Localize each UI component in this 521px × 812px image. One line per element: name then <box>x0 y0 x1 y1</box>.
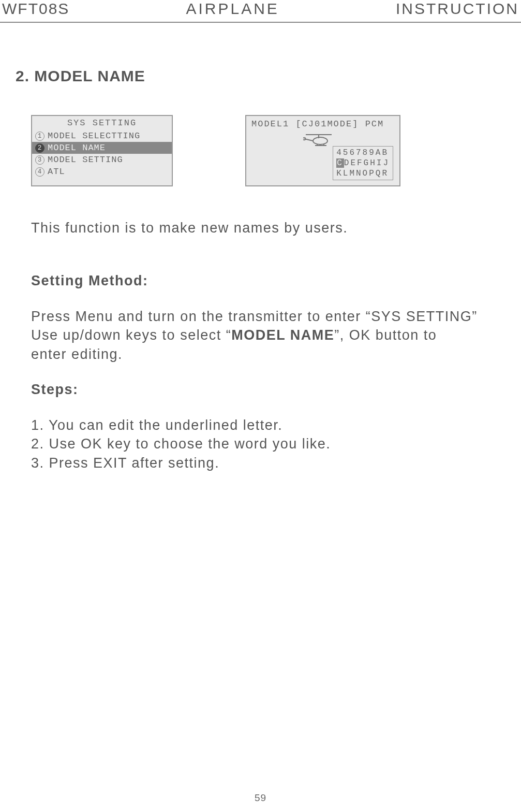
grid-row-3: KLMNOPQR <box>336 168 390 179</box>
page-number: 59 <box>255 792 266 804</box>
lcd1-item-2-selected: 2 MODEL NAME <box>32 142 172 154</box>
content-area: 2. MODEL NAME SYS SETTING 1 MODEL SELECT… <box>0 67 521 472</box>
lcd1-item-4-label: ATL <box>48 167 65 177</box>
method-line-1: Press Menu and turn on the transmitter t… <box>31 309 478 324</box>
intro-text: This function is to make new names by us… <box>31 219 511 237</box>
step-1: 1. You can edit the underlined letter. <box>31 416 511 434</box>
screenshots-row: SYS SETTING 1 MODEL SELECTTING 2 MODEL N… <box>31 115 511 186</box>
step-3: 3. Press EXIT after setting. <box>31 454 511 472</box>
steps-heading: Steps: <box>31 380 511 399</box>
circle-1-icon: 1 <box>35 132 44 141</box>
method-line-2a: Use up/down keys to select “ <box>31 327 231 343</box>
method-line-2b: ”, OK button to <box>334 327 437 343</box>
lcd1-item-3: 3 MODEL SETTING <box>32 154 172 166</box>
lcd-screen-model-name: MODEL1 [CJ01MODE] PCM 456789AB CDEFGHIJ … <box>245 115 400 186</box>
lcd1-item-2-label: MODEL NAME <box>48 143 106 153</box>
lcd1-item-1-label: MODEL SELECTTING <box>48 131 140 141</box>
grid-row-2: CDEFGHIJ <box>336 158 390 168</box>
circle-3-icon: 3 <box>35 155 44 165</box>
character-grid: 456789AB CDEFGHIJ KLMNOPQR <box>333 146 393 180</box>
lcd1-item-3-label: MODEL SETTING <box>48 155 123 165</box>
circle-4-icon: 4 <box>35 167 44 177</box>
svg-point-2 <box>313 137 328 144</box>
header-category: AIRPLANE <box>186 0 279 18</box>
steps-list: 1. You can edit the underlined letter. 2… <box>31 416 511 472</box>
page-header: WFT08S AIRPLANE INSTRUCTION <box>0 0 521 23</box>
method-bold-term: MODEL NAME <box>231 327 334 343</box>
lcd2-title: MODEL1 [CJ01MODE] PCM <box>251 119 394 129</box>
lcd1-item-1: 1 MODEL SELECTTING <box>32 130 172 142</box>
header-doctype: INSTRUCTION <box>396 0 519 18</box>
highlighted-char: C <box>336 158 344 168</box>
setting-method-text: Press Menu and turn on the transmitter t… <box>31 307 511 364</box>
circle-2-icon: 2 <box>35 143 44 153</box>
grid-row-1: 456789AB <box>336 148 390 158</box>
header-model: WFT08S <box>2 0 69 18</box>
setting-method-heading: Setting Method: <box>31 271 511 290</box>
lcd-screen-sys-setting: SYS SETTING 1 MODEL SELECTTING 2 MODEL N… <box>31 115 173 186</box>
lcd1-title: SYS SETTING <box>32 116 172 130</box>
method-line-3: enter editing. <box>31 346 123 362</box>
step-2: 2. Use OK key to choose the word you lik… <box>31 434 511 453</box>
lcd1-item-4: 4 ATL <box>32 166 172 178</box>
section-title: 2. MODEL NAME <box>16 67 511 85</box>
